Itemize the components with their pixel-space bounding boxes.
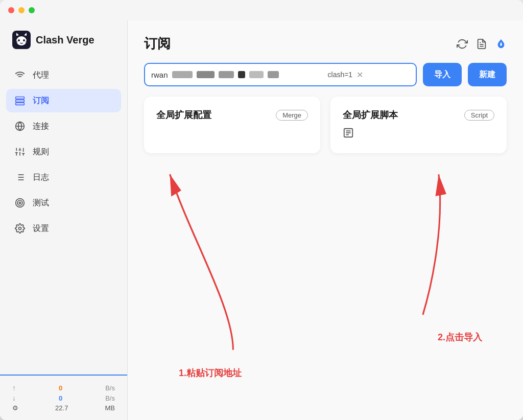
sidebar-item-logs[interactable]: 日志 [6, 166, 121, 189]
svg-rect-11 [16, 103, 25, 105]
annotation-area: 1.粘贴订阅地址 2.点击导入 [128, 153, 523, 420]
main-panel: 订阅 [128, 20, 523, 420]
gear-icon [14, 223, 26, 234]
globe-icon [14, 121, 26, 132]
sidebar-item-subscribe-label: 订阅 [33, 96, 49, 106]
refresh-button[interactable] [457, 38, 468, 50]
memory-unit: MB [105, 404, 115, 412]
redacted-2 [197, 71, 215, 78]
svg-point-1 [16, 36, 27, 45]
logo-text: Clash Verge [36, 34, 94, 46]
wifi-icon [14, 69, 26, 81]
sidebar-footer: ↑ 0 B/s ↓ 0 B/s ⚙ 22.7 MB [0, 375, 127, 420]
layers-icon [14, 95, 26, 106]
url-input-wrapper: rwan clash=1 ✕ [144, 63, 417, 86]
global-extend-script-card: 全局扩展脚本 Script [330, 97, 507, 153]
target-icon [14, 197, 26, 208]
header-actions [457, 38, 507, 50]
memory-value: 22.7 [55, 404, 68, 412]
url-input[interactable] [283, 71, 324, 79]
upload-arrow-icon: ↑ [12, 384, 16, 392]
app-logo: Clash Verge [0, 20, 127, 59]
sidebar-nav: 代理 订阅 [0, 59, 127, 375]
svg-point-30 [17, 200, 22, 205]
card-title-2: 全局扩展脚本 [343, 109, 398, 121]
sidebar-item-test[interactable]: 测试 [6, 191, 121, 215]
download-speed-unit: B/s [105, 394, 115, 402]
card-header-1: 全局扩展配置 Merge [156, 109, 308, 121]
upload-speed-row: ↑ 0 B/s [12, 384, 115, 392]
sidebar-item-rules-label: 规则 [33, 147, 49, 157]
sidebar-item-proxy[interactable]: 代理 [6, 63, 121, 87]
svg-rect-9 [16, 97, 25, 99]
card-badge-1: Merge [276, 110, 308, 121]
svg-point-3 [23, 39, 25, 41]
new-button[interactable]: 新建 [468, 63, 507, 86]
redacted-3 [219, 71, 234, 78]
logo-icon [12, 31, 31, 49]
sidebar-item-connection-label: 连接 [33, 121, 49, 132]
url-prefix: rwan [151, 71, 168, 79]
download-speed-value: 0 [59, 394, 62, 402]
page-title: 订阅 [144, 35, 171, 53]
cards-area: 全局扩展配置 Merge 全局扩展脚本 Script [128, 97, 523, 153]
sliders-icon [14, 146, 26, 157]
sidebar-item-connection[interactable]: 连接 [6, 114, 121, 138]
card-badge-2: Script [464, 110, 494, 121]
annotation-step1: 1.粘贴订阅地址 [179, 367, 242, 379]
flame-button[interactable] [495, 38, 507, 50]
download-speed-row: ↓ 0 B/s [12, 394, 115, 402]
download-arrow-icon: ↓ [12, 394, 16, 402]
annotation-arrows [128, 153, 523, 420]
app-body: Clash Verge 代理 [0, 20, 523, 420]
close-button[interactable] [8, 7, 14, 13]
document-button[interactable] [476, 38, 487, 50]
redacted-1 [172, 71, 193, 78]
minimize-button[interactable] [18, 7, 25, 13]
url-bar-area: rwan clash=1 ✕ 导入 新建 [128, 63, 523, 97]
sidebar-item-subscribe[interactable]: 订阅 [6, 89, 121, 112]
upload-speed-unit: B/s [105, 384, 115, 392]
global-extend-config-card: 全局扩展配置 Merge [144, 97, 320, 153]
titlebar [0, 0, 523, 20]
svg-point-2 [18, 39, 20, 41]
sidebar-item-settings[interactable]: 设置 [6, 217, 121, 240]
main-header: 订阅 [128, 20, 523, 63]
import-button[interactable]: 导入 [423, 63, 462, 86]
sidebar-item-logs-label: 日志 [33, 172, 49, 183]
sidebar-item-test-label: 测试 [33, 198, 49, 208]
svg-point-31 [19, 202, 20, 203]
url-suffix: clash=1 [328, 71, 353, 79]
app-window: Clash Verge 代理 [0, 0, 523, 420]
redacted-6 [268, 71, 279, 78]
memory-icon: ⚙ [12, 404, 18, 412]
redacted-5 [249, 71, 264, 78]
sidebar: Clash Verge 代理 [0, 20, 128, 420]
redacted-4 [238, 71, 245, 78]
list-icon [14, 172, 26, 183]
card-header-2: 全局扩展脚本 Script [343, 109, 494, 121]
memory-row: ⚙ 22.7 MB [12, 404, 115, 412]
upload-speed-value: 0 [59, 384, 62, 392]
sidebar-item-proxy-label: 代理 [33, 70, 49, 81]
maximize-button[interactable] [29, 7, 35, 13]
svg-rect-10 [16, 100, 25, 102]
file-icon [343, 127, 494, 141]
card-title-1: 全局扩展配置 [156, 109, 211, 121]
svg-point-32 [19, 227, 21, 230]
sidebar-item-rules[interactable]: 规则 [6, 140, 121, 164]
sidebar-item-settings-label: 设置 [33, 223, 49, 234]
url-clear-button[interactable]: ✕ [356, 70, 363, 80]
annotation-step2: 2.点击导入 [438, 331, 482, 343]
